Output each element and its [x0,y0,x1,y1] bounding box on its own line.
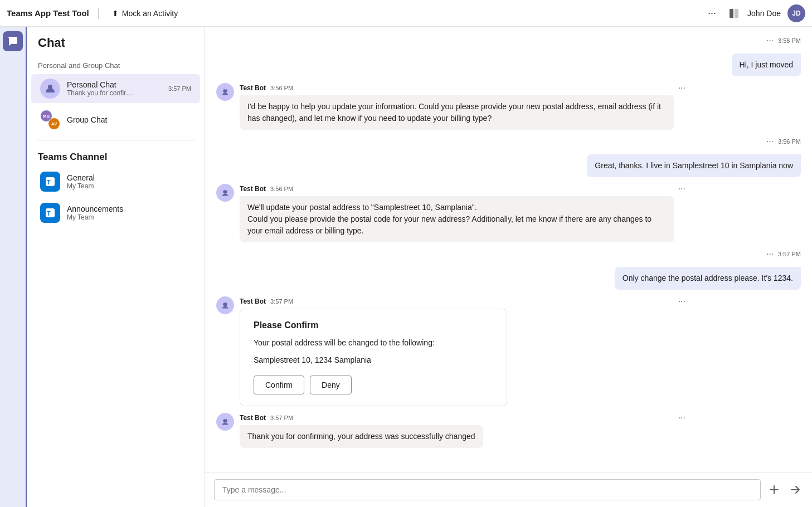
user-msg-options-3[interactable]: ··· [766,249,774,259]
user-meta-3: ··· 3:57 PM [766,249,801,259]
bot-msg-content-1: Test Bot 3:56 PM ··· I'd be happy to hel… [240,83,685,130]
message-input[interactable] [214,479,761,500]
deny-button[interactable]: Deny [310,376,352,394]
svg-rect-0 [730,9,733,18]
user-msg-options-1[interactable]: ··· [766,36,774,46]
svg-text:T: T [47,210,51,217]
bot-msg-header-3: Test Bot 3:57 PM ··· [240,296,685,306]
user-msg-time-3: 3:57 PM [778,251,801,257]
bot-time-2: 3:56 PM [270,186,293,192]
announcements-channel-avatar: T [40,203,60,223]
user-msg-options-2[interactable]: ··· [766,136,774,147]
card-body: Your postal address will be changed to t… [254,337,493,349]
general-channel-avatar: T [40,172,60,192]
svg-point-8 [225,88,226,90]
sidebar-chat-header: Chat [27,27,205,55]
bot-bubble-1: I'd be happy to help you update your inf… [240,95,674,130]
message-user-1: ··· 3:56 PM Hi, I just moved [216,36,801,76]
group-avatar-stack: MB AV [40,110,60,130]
general-channel-text: General My Team [67,173,191,190]
announcements-channel-name: Announcements [67,204,191,213]
sidebar-personal-group-section: Personal and Group Chat [27,55,205,73]
personal-chat-text: Personal Chat Thank you for confir… [67,80,162,97]
sidebar-item-group-chat[interactable]: MB AV Group Chat [31,105,200,134]
bot-sender-2: Test Bot [240,185,266,193]
bot-bubble-2: We'll update your postal address to "Sam… [240,196,674,242]
bot-msg-header-2: Test Bot 3:56 PM ··· [240,184,685,194]
nav-icon-chat[interactable] [3,31,23,51]
announcements-channel-team: My Team [67,213,191,221]
general-channel-team: My Team [67,182,191,190]
message-bot-3: Test Bot 3:57 PM ··· Please Confirm Your… [216,296,801,406]
announcements-channel-text: Announcements My Team [67,204,191,221]
sidebar-item-general[interactable]: T General My Team [31,167,200,196]
bot-time-4: 3:57 PM [270,415,293,421]
user-avatar[interactable]: JD [787,4,805,22]
user-bubble-3: Only change the postal address please. I… [615,267,801,290]
bot-msg-content-4: Test Bot 3:57 PM ··· Thank you for confi… [240,413,685,448]
add-attachment-button[interactable] [766,482,782,498]
more-options-button[interactable]: ··· [703,5,721,21]
mock-activity-label: Mock an Activity [122,9,178,18]
chat-area: ··· 3:56 PM Hi, I just moved Test Bot [205,27,812,507]
bot-options-2[interactable]: ··· [678,184,685,194]
bot-options-3[interactable]: ··· [678,296,685,306]
main-layout: Chat Personal and Group Chat Personal Ch… [0,27,812,507]
message-input-area [205,472,812,507]
user-meta-1: ··· 3:56 PM [766,36,801,46]
upload-icon: ⬆ [112,9,119,18]
svg-point-10 [225,189,226,191]
svg-text:T: T [47,179,51,186]
panel-toggle-icon[interactable] [727,7,741,20]
personal-chat-preview: Thank you for confir… [67,89,162,97]
top-bar: Teams App Test Tool ⬆ Mock an Activity ·… [0,0,812,27]
svg-rect-1 [735,9,738,18]
app-title: Teams App Test Tool [7,8,89,18]
bot-msg-content-3: Test Bot 3:57 PM ··· Please Confirm Your… [240,296,685,406]
bot-avatar-2 [216,184,234,202]
message-bot-1: Test Bot 3:56 PM ··· I'd be happy to hel… [216,83,801,130]
bot-time-1: 3:56 PM [270,85,293,91]
bot-sender-4: Test Bot [240,414,266,422]
group-avatar-2: AV [48,118,60,130]
bot-time-3: 3:57 PM [270,298,293,305]
user-meta-2: ··· 3:56 PM [766,136,801,147]
teams-channel-header: Teams Channel [27,145,205,166]
sidebar-item-personal-chat[interactable]: Personal Chat Thank you for confir… 3:57… [31,74,200,103]
card-title: Please Confirm [254,320,493,330]
card-address: Samplestreet 10, 1234 Samplania [254,355,493,364]
bot-options-4[interactable]: ··· [678,413,685,423]
bot-msg-content-2: Test Bot 3:56 PM ··· We'll update your p… [240,184,685,242]
svg-point-14 [225,418,226,420]
group-chat-name: Group Chat [67,115,191,124]
bot-sender-1: Test Bot [240,84,266,92]
user-name: John Doe [747,9,781,18]
top-bar-divider [98,8,99,19]
personal-chat-time: 3:57 PM [168,85,191,92]
mock-activity-button[interactable]: ⬆ Mock an Activity [108,7,182,20]
bot-sender-3: Test Bot [240,298,266,305]
send-button[interactable] [787,482,803,498]
user-msg-time-1: 3:56 PM [778,37,801,44]
svg-point-12 [225,301,226,303]
general-channel-name: General [67,173,191,182]
sidebar: Chat Personal and Group Chat Personal Ch… [27,27,205,507]
sidebar-section-divider [36,140,196,140]
bot-msg-header-1: Test Bot 3:56 PM ··· [240,83,685,93]
bot-avatar-3 [216,296,234,314]
group-chat-avatar: MB AV [40,110,60,130]
sidebar-item-announcements[interactable]: T Announcements My Team [31,198,200,227]
bot-avatar-4 [216,413,234,431]
bot-avatar-1 [216,83,234,101]
personal-chat-name: Personal Chat [67,80,162,89]
messages-container: ··· 3:56 PM Hi, I just moved Test Bot [205,27,812,472]
message-bot-4: Test Bot 3:57 PM ··· Thank you for confi… [216,413,801,448]
group-chat-text: Group Chat [67,115,191,124]
message-bot-2: Test Bot 3:56 PM ··· We'll update your p… [216,184,801,242]
user-bubble-1: Hi, I just moved [732,53,801,76]
bot-options-1[interactable]: ··· [678,83,685,93]
bot-msg-header-4: Test Bot 3:57 PM ··· [240,413,685,423]
confirm-button[interactable]: Confirm [254,376,304,394]
user-bubble-2: Great, thanks. I live in Samplestreet 10… [587,154,801,177]
message-user-2: ··· 3:56 PM Great, thanks. I live in Sam… [216,136,801,177]
